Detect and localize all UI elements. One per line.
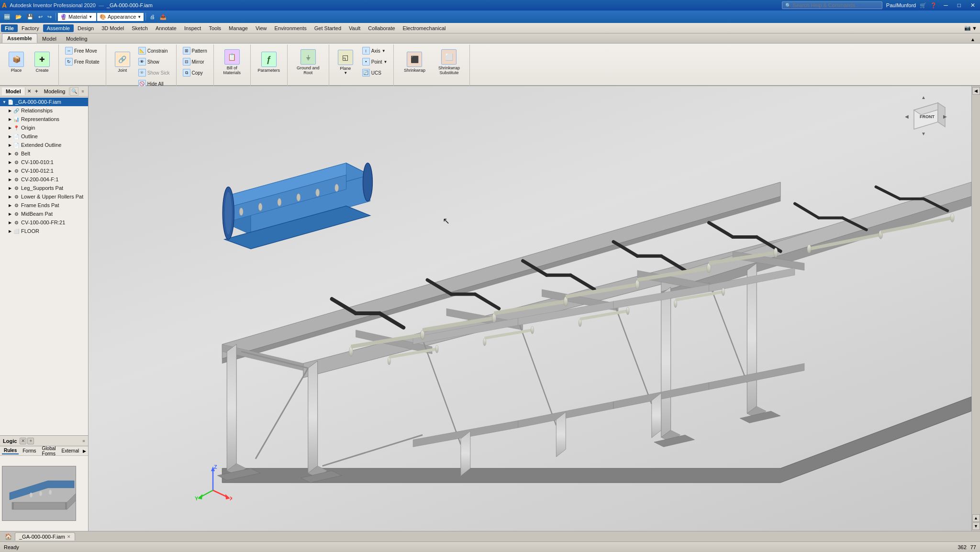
bom-button[interactable]: 📋 Bill ofMaterials: [218, 45, 246, 79]
menu-sketch[interactable]: Sketch: [128, 24, 152, 32]
search-box[interactable]: 🔍: [782, 1, 882, 9]
menu-file[interactable]: File: [1, 24, 18, 32]
home-icon[interactable]: 🏠: [2, 533, 15, 540]
menu-collaborate[interactable]: Collaborate: [364, 24, 399, 32]
tree-item-leg-supports[interactable]: ▶ ⚙ Leg_Supports Pat: [0, 184, 88, 192]
viewcube-front-label: FRONT: [920, 114, 935, 119]
logic-tab-external[interactable]: External: [59, 448, 81, 454]
create-button[interactable]: ✚ Create: [30, 45, 55, 79]
tree-item-lower-upper[interactable]: ▶ ⚙ Lower & Upper Rollers Pat: [0, 192, 88, 201]
tree-item-cv100010[interactable]: ▶ ⚙ CV-100-010:1: [0, 158, 88, 166]
panel-tab-modeling[interactable]: Modeling: [40, 88, 70, 95]
help-icon[interactable]: ❓: [930, 2, 937, 9]
export-btn[interactable]: 📤: [158, 13, 168, 21]
show-icon: 👁: [138, 58, 146, 66]
mirror-button[interactable]: ⊟ Mirror: [180, 56, 210, 67]
panel-tab-model[interactable]: Model: [2, 88, 25, 95]
tree-item-cv100012[interactable]: ▶ ⚙ CV-100-012:1: [0, 166, 88, 175]
point-icon: •: [362, 58, 370, 66]
shrinkwrap-button[interactable]: ⬛ Shrinkwrap: [398, 45, 431, 79]
ground-root-button[interactable]: ⏚ Ground andRoot: [291, 45, 325, 79]
tree-item-belt[interactable]: ▶ ⚙ Belt: [0, 149, 88, 158]
point-button[interactable]: • Point ▼: [360, 56, 390, 67]
tree-item-midbeam[interactable]: ▶ ⚙ MidBeam Pat: [0, 210, 88, 218]
menu-assemble[interactable]: Assemble: [43, 24, 74, 32]
viewcube[interactable]: FRONT ▲ ▼ ◀ ▶: [904, 93, 947, 136]
logic-tab-more[interactable]: ▶: [83, 449, 86, 453]
menu-environments[interactable]: Environments: [271, 24, 311, 32]
plane-button[interactable]: ◱ Plane ▼: [333, 45, 358, 79]
undo-button[interactable]: ↩: [36, 13, 45, 21]
tree-item-representations[interactable]: ▶ 📊 Representations: [0, 115, 88, 123]
redo-button[interactable]: ↪: [45, 13, 54, 21]
menu-design[interactable]: Design: [74, 24, 98, 32]
menu-vault[interactable]: Vault: [345, 24, 364, 32]
panel-tab-add[interactable]: +: [33, 88, 40, 95]
show-sick-button[interactable]: 👁 Show Sick: [136, 67, 172, 78]
ucs-button[interactable]: 🔄 UCS: [360, 67, 390, 78]
logic-tab-forms[interactable]: Forms: [21, 448, 38, 454]
panel-tab-close-x[interactable]: ✕: [25, 88, 33, 94]
appearance-combo[interactable]: 🎨 Appearance ▼: [97, 13, 144, 21]
logic-add-btn[interactable]: +: [27, 438, 34, 444]
menu-inspect[interactable]: Inspect: [180, 24, 205, 32]
menu-view[interactable]: View: [252, 24, 271, 32]
logic-tab-global-forms[interactable]: Global Forms: [40, 445, 58, 457]
new-button[interactable]: 🆕: [2, 13, 12, 21]
tree-item-extended-outline[interactable]: ▶ 📄 Extended Outline: [0, 141, 88, 149]
tree-item-cv100fr21[interactable]: ▶ ⚙ CV-100-000-FR:21: [0, 218, 88, 227]
place-button[interactable]: 📦 Place: [4, 45, 29, 79]
tree-item-floor[interactable]: ▶ ⬜ FLOOR: [0, 227, 88, 235]
window-close[interactable]: ✕: [968, 2, 978, 9]
svg-marker-49: [652, 393, 661, 438]
constrain-button[interactable]: 📐 Constrain: [136, 45, 172, 56]
window-minimize[interactable]: ─: [941, 2, 951, 9]
panel-search-btn[interactable]: 🔍: [70, 87, 78, 96]
menu-factory[interactable]: Factory: [18, 24, 43, 32]
panel-menu-btn[interactable]: ≡: [79, 88, 86, 95]
free-move-button[interactable]: ↔ Free Move: [63, 45, 102, 56]
menu-getstarted[interactable]: Get Started: [311, 24, 345, 32]
shrinkwrap-sub-button[interactable]: ⬜ ShrinkwrapSubstitute: [432, 45, 466, 79]
print-btn[interactable]: 🖨: [148, 13, 157, 21]
search-input[interactable]: [793, 2, 879, 8]
tree-item-relationships[interactable]: ▶ 🔗 Relationships: [0, 106, 88, 115]
logic-close-btn[interactable]: ✕: [20, 438, 26, 444]
menu-tools[interactable]: Tools: [205, 24, 225, 32]
tree-item-origin[interactable]: ▶ 📍 Origin: [0, 123, 88, 132]
strip-expand-btn[interactable]: ◀: [972, 87, 980, 95]
doc-tab-main[interactable]: _GA-000-000-F.iam ✕: [15, 532, 75, 541]
copy-button[interactable]: ⧉ Copy: [180, 67, 210, 78]
parameters-button[interactable]: ƒ Parameters: [255, 45, 283, 79]
logic-tab-rules[interactable]: Rules: [2, 447, 19, 454]
menu-electromechanical[interactable]: Electromechanical: [399, 24, 450, 32]
tree-item-root[interactable]: ▼ 📄 _GA-000-000-F.iam: [0, 98, 88, 106]
material-combo[interactable]: 🔮 Material ▼: [58, 13, 96, 21]
joint-button[interactable]: 🔗 Joint: [110, 45, 135, 79]
menu-3dmodel[interactable]: 3D Model: [98, 24, 128, 32]
3d-viewport[interactable]: ↖ FRONT ▲ ▼ ◀ ▶: [89, 86, 971, 531]
show-button[interactable]: 👁 Show: [136, 56, 172, 67]
tab-modeling[interactable]: Modeling: [61, 34, 92, 43]
doc-tab-close-btn[interactable]: ✕: [67, 534, 71, 539]
svg-line-99: [485, 330, 533, 338]
strip-scroll-down[interactable]: ▼: [972, 522, 980, 530]
tree-item-cv200004[interactable]: ▶ ⚙ CV-200-004-F:1: [0, 175, 88, 184]
strip-scroll-up[interactable]: ▲: [972, 514, 980, 522]
pattern-button[interactable]: ⊞ Pattern: [180, 45, 210, 56]
tree-item-outline[interactable]: ▶ 📄 Outline: [0, 132, 88, 141]
free-rotate-button[interactable]: ↻ Free Rotate: [63, 56, 102, 67]
save-button[interactable]: 💾: [25, 13, 35, 21]
open-button[interactable]: 📂: [13, 13, 24, 21]
menu-annotate[interactable]: Annotate: [152, 24, 180, 32]
window-maximize[interactable]: □: [955, 2, 964, 9]
tab-assemble[interactable]: Assemble: [2, 33, 37, 43]
logic-menu-btn[interactable]: ≡: [80, 438, 87, 444]
cart-icon[interactable]: 🛒: [920, 2, 926, 9]
menu-manage[interactable]: Manage: [225, 24, 252, 32]
axis-button[interactable]: ↕ Axis ▼: [360, 45, 390, 56]
tree-item-frame-ends[interactable]: ▶ ⚙ Frame Ends Pat: [0, 201, 88, 210]
tab-model[interactable]: Model: [37, 34, 61, 43]
collapse-ribbon-btn[interactable]: ▲: [968, 36, 978, 43]
camera-combo[interactable]: 📷 ▼: [962, 25, 979, 31]
